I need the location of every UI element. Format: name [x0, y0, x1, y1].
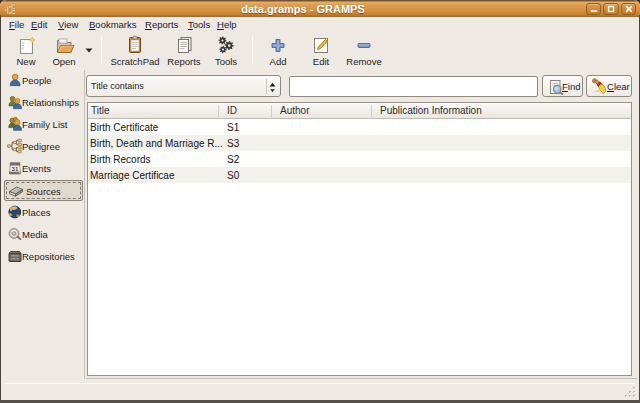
svg-text:31: 31: [12, 165, 19, 172]
